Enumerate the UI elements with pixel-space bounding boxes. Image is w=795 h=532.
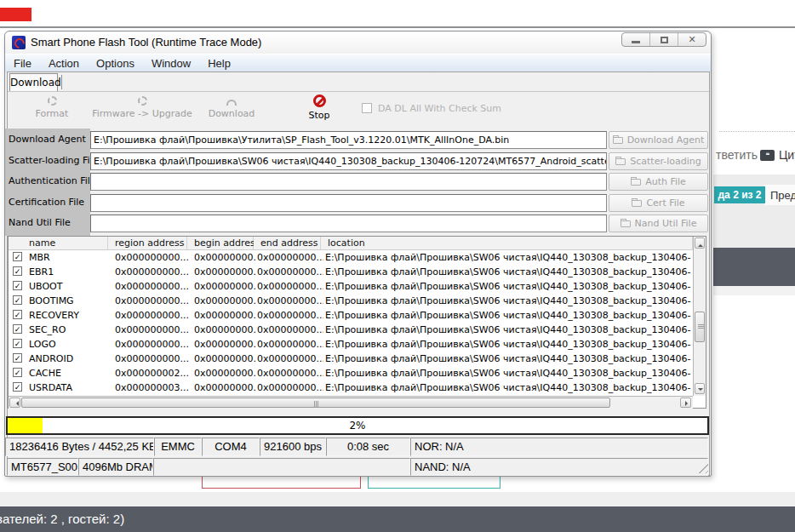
minimize-button[interactable] xyxy=(622,33,650,46)
menu-file[interactable]: File xyxy=(5,54,40,73)
toolbar: Format Firmware -> Upgrade Download Stop… xyxy=(8,91,709,129)
cell-name: SEC_RO xyxy=(29,324,107,335)
column-header-name[interactable]: name xyxy=(9,237,108,250)
button-auth-file[interactable]: Auth File xyxy=(609,173,708,191)
table-row[interactable]: ✓SEC_RO0x000000000...0x00000000...0x0000… xyxy=(9,323,693,337)
field-input-scatter-loading[interactable]: E:\Прошивка флай\Прошивка\SW06 чистая\IQ… xyxy=(90,152,607,170)
button-cert-file[interactable]: Cert File xyxy=(609,194,708,212)
status-cell: 4096Mb DRAM xyxy=(78,458,153,476)
title-bar[interactable]: Smart Phone Flash Tool (Runtime Trace Mo… xyxy=(5,31,711,54)
table-row[interactable]: ✓CACHE0x000000002...0x00000000...0x00000… xyxy=(9,366,693,380)
table-row[interactable]: ✓MBR0x000000000...0x00000000...0x0000000… xyxy=(9,250,693,265)
row-checkbox[interactable]: ✓ xyxy=(13,382,22,392)
menu-help[interactable]: Help xyxy=(199,54,239,73)
cell-end: 0x00000000... xyxy=(257,353,323,364)
scroll-right-button[interactable] xyxy=(680,398,691,408)
table-row[interactable]: ✓EBR10x000000000...0x00000000...0x000000… xyxy=(9,265,693,279)
row-checkbox[interactable]: ✓ xyxy=(13,339,22,348)
prev-page-link[interactable]: Предь xyxy=(770,189,795,202)
row-checkbox[interactable]: ✓ xyxy=(13,252,22,261)
menu-window[interactable]: Window xyxy=(143,54,199,73)
cell-region: 0x000000000... xyxy=(115,353,193,364)
row-checkbox[interactable]: ✓ xyxy=(13,310,22,319)
field-label: Download Agent xyxy=(9,134,86,145)
scroll-left-button[interactable] xyxy=(9,398,20,408)
tab-download[interactable]: Download xyxy=(9,73,58,91)
cell-name: MBR xyxy=(29,252,107,263)
field-input-nand-util-file[interactable] xyxy=(90,215,607,232)
column-header-region-address[interactable]: region address xyxy=(108,237,187,250)
button-scatter-loading[interactable]: Scatter-loading xyxy=(609,152,708,170)
stop-button[interactable]: Stop xyxy=(294,94,345,121)
quote-link[interactable]: Цита xyxy=(779,148,795,162)
cell-begin: 0x00000000... xyxy=(194,368,256,379)
format-button[interactable]: Format xyxy=(22,94,82,119)
table-row[interactable]: ✓UBOOT0x000000000...0x00000000...0x00000… xyxy=(9,279,693,294)
table-row[interactable]: ✓RECOVERY0x000000000...0x00000000...0x00… xyxy=(9,308,693,323)
cell-location: E:\Прошивка флай\Прошивка\SW06 чистая\IQ… xyxy=(325,353,691,364)
cell-begin: 0x00000000... xyxy=(194,295,256,306)
maximize-button[interactable] xyxy=(650,33,678,46)
maximize-icon xyxy=(661,37,668,43)
vscroll-thumb[interactable] xyxy=(695,312,705,342)
cell-begin: 0x00000000... xyxy=(194,252,256,263)
row-checkbox[interactable]: ✓ xyxy=(13,324,22,334)
checkbox-icon xyxy=(362,103,372,113)
folder-icon xyxy=(621,220,631,227)
column-header-begin-address[interactable]: begin address xyxy=(187,237,254,250)
cell-location: E:\Прошивка флай\Прошивка\SW06 чистая\IQ… xyxy=(325,310,691,321)
table-row[interactable]: ✓LOGO0x000000000...0x00000000...0x000000… xyxy=(9,337,693,352)
format-icon xyxy=(48,96,57,106)
cell-name: USRDATA xyxy=(29,382,107,393)
row-checkbox[interactable]: ✓ xyxy=(13,266,22,276)
row-checkbox[interactable]: ✓ xyxy=(13,295,22,305)
table-row[interactable]: ✓BOOTIMG0x000000000...0x00000000...0x000… xyxy=(9,294,693,308)
window-title: Smart Phone Flash Tool (Runtime Trace Mo… xyxy=(31,36,261,49)
row-checkbox[interactable]: ✓ xyxy=(13,353,22,363)
cell-name: RECOVERY xyxy=(29,310,107,321)
close-button[interactable]: ✕ xyxy=(678,33,706,46)
cell-begin: 0x00000000... xyxy=(194,281,256,292)
table-row[interactable]: ✓USRDATA0x000000003...0x00000000...0x000… xyxy=(9,380,693,395)
button-download-agent[interactable]: Download Agent xyxy=(609,131,708,149)
field-label: Authentication File xyxy=(9,175,96,186)
cell-location: E:\Прошивка флай\Прошивка\SW06 чистая\IQ… xyxy=(325,382,691,393)
cell-begin: 0x00000000... xyxy=(194,266,256,277)
post-separator xyxy=(719,131,795,132)
cell-region: 0x000000000... xyxy=(115,339,193,350)
cell-end: 0x00000000... xyxy=(257,266,323,277)
cell-region: 0x000000000... xyxy=(115,324,193,335)
button-nand-util-file[interactable]: Nand Util File xyxy=(609,215,708,232)
menu-options[interactable]: Options xyxy=(88,54,143,73)
cell-begin: 0x00000000... xyxy=(194,382,256,393)
cell-region: 0x000000000... xyxy=(115,310,193,321)
quote-icon[interactable]: ❝ xyxy=(760,150,775,161)
status-cell: EMMC xyxy=(154,438,202,456)
progress-bar: 2% xyxy=(6,416,709,435)
firmware-upgrade-button[interactable]: Firmware -> Upgrade xyxy=(91,94,193,119)
cell-region: 0x000000003... xyxy=(115,382,193,393)
current-page-badge: да 2 из 2 xyxy=(714,186,765,203)
row-checkbox[interactable]: ✓ xyxy=(13,368,22,377)
horizontal-scrollbar[interactable] xyxy=(9,396,693,409)
scroll-down-button[interactable] xyxy=(695,383,705,394)
column-header-location[interactable]: location xyxy=(321,237,693,250)
hscroll-thumb[interactable] xyxy=(21,398,610,408)
field-input-download-agent[interactable]: E:\Прошивка флай\Прошивка\Утилита\SP_Fla… xyxy=(90,131,607,149)
download-button[interactable]: Download xyxy=(202,94,261,119)
flash-tool-window: Smart Phone Flash Tool (Runtime Trace Mo… xyxy=(4,31,712,477)
scroll-up-button[interactable] xyxy=(695,237,705,249)
field-input-cert-file[interactable] xyxy=(90,194,607,212)
forum-reply-row: тветить ❝ Цита xyxy=(716,148,795,163)
menu-action[interactable]: Action xyxy=(40,54,88,73)
table-row[interactable]: ✓ANDROID0x000000000...0x00000000...0x000… xyxy=(9,352,693,366)
users-online-bar: зателей: 2 , гостей: 2) xyxy=(0,506,795,532)
row-checkbox[interactable]: ✓ xyxy=(13,281,22,290)
partition-table: nameregion addressbegin addressend addre… xyxy=(8,236,706,409)
vertical-scrollbar[interactable] xyxy=(693,237,706,396)
column-header-end-address[interactable]: end address xyxy=(254,237,321,250)
field-input-auth-file[interactable] xyxy=(90,173,607,191)
firmware-upgrade-icon xyxy=(138,96,147,106)
reply-link[interactable]: тветить xyxy=(716,148,758,162)
cell-location: E:\Прошивка флай\Прошивка\SW06 чистая\IQ… xyxy=(325,368,691,379)
